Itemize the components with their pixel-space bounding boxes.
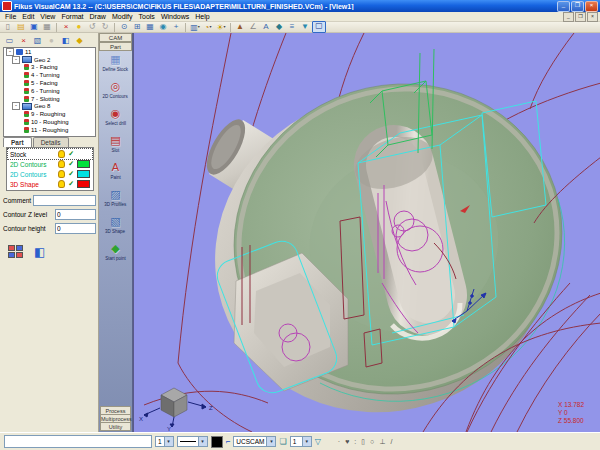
tree-root[interactable]: -11 bbox=[4, 48, 95, 56]
tab-details[interactable]: Details bbox=[33, 137, 69, 147]
zoom-window-icon[interactable]: ⊞ bbox=[131, 22, 143, 32]
visibility-bulb-icon[interactable] bbox=[58, 160, 65, 168]
tree-op-6-turning[interactable]: 6 - Turning bbox=[4, 87, 95, 95]
chevron-down-icon[interactable]: ▾ bbox=[198, 24, 200, 29]
exit-icon[interactable]: ◧ bbox=[60, 35, 71, 46]
visibility-bulb-icon[interactable] bbox=[58, 150, 65, 158]
snap-perpendicular-icon[interactable]: ⊥ bbox=[379, 436, 385, 447]
tree-op-9-roughing[interactable]: 9 - Roughing bbox=[4, 110, 95, 118]
check-icon[interactable]: ✓ bbox=[68, 170, 74, 178]
snap-circle-icon[interactable]: ○ bbox=[370, 436, 374, 447]
visibility-bulb-icon[interactable] bbox=[58, 180, 65, 188]
check-icon[interactable]: ✓ bbox=[68, 180, 74, 188]
tree-op-5-facing[interactable]: 5 - Facing bbox=[4, 79, 95, 87]
menu-windows[interactable]: Windows bbox=[158, 13, 192, 20]
tree-group-geo-8[interactable]: -Geo 8 bbox=[4, 103, 95, 111]
palette-icon[interactable]: ◔▾ bbox=[202, 22, 214, 32]
menu-draw[interactable]: Draw bbox=[87, 13, 109, 20]
check-icon[interactable]: ✓ bbox=[68, 160, 74, 168]
tree-op-4-turning[interactable]: 4 - Turning bbox=[4, 71, 95, 79]
check-icon[interactable]: ✓ bbox=[68, 150, 74, 158]
tree-group-geo-2[interactable]: -Geo 2 bbox=[4, 56, 95, 64]
expander-icon[interactable]: - bbox=[6, 48, 14, 56]
layer-color-swatch[interactable] bbox=[77, 160, 90, 168]
chevron-down-icon[interactable]: ▾ bbox=[224, 24, 226, 29]
layer-row-stock[interactable]: Stock✓ bbox=[8, 149, 92, 159]
field-input-comment[interactable] bbox=[33, 195, 96, 206]
field-input-contour-height[interactable] bbox=[55, 223, 96, 234]
chevron-down-icon[interactable]: ▾ bbox=[209, 24, 211, 29]
filter-icon[interactable]: ▽ bbox=[315, 436, 321, 447]
machine-icon[interactable]: ▲ bbox=[234, 22, 246, 32]
menu-view[interactable]: View bbox=[37, 13, 58, 20]
pick-icon[interactable]: ● bbox=[73, 22, 85, 32]
zoom-fit-icon[interactable]: ▦ bbox=[144, 22, 156, 32]
view-manager-icon[interactable]: ▢ bbox=[312, 21, 326, 33]
layers-icon[interactable]: ❏ bbox=[279, 436, 286, 447]
lock-icon[interactable]: ◆ bbox=[74, 35, 85, 46]
visibility-bulb-icon[interactable] bbox=[58, 170, 65, 178]
light-icon[interactable]: ☀▾ bbox=[215, 22, 227, 32]
print-icon[interactable]: ▦ bbox=[41, 22, 53, 32]
cam-2d-contours[interactable]: ◎2D Contours bbox=[99, 78, 132, 105]
snap-rectangle-icon[interactable]: ▯ bbox=[361, 436, 365, 447]
pan-icon[interactable]: + bbox=[170, 22, 182, 32]
pattern-button[interactable] bbox=[8, 245, 24, 259]
simulate-icon[interactable]: ▧ bbox=[32, 35, 43, 46]
annotate-icon[interactable]: A bbox=[260, 22, 272, 32]
open-icon[interactable]: ▤ bbox=[15, 22, 27, 32]
new-icon[interactable]: ▯ bbox=[2, 22, 14, 32]
save-icon[interactable]: ▣ bbox=[28, 22, 40, 32]
layer-color-swatch[interactable] bbox=[77, 170, 90, 178]
filter-icon[interactable]: ▼ bbox=[299, 22, 311, 32]
menu-tools[interactable]: Tools bbox=[136, 13, 158, 20]
ucs-select[interactable]: UCSCAM ▾ bbox=[233, 436, 276, 447]
redo-icon[interactable]: ↻ bbox=[99, 22, 111, 32]
solid-part-button[interactable]: ◧ bbox=[34, 245, 45, 259]
cam-paint[interactable]: APaint bbox=[99, 159, 132, 186]
linestyle-select[interactable]: ▾ bbox=[177, 436, 208, 447]
cam-3d-shape[interactable]: ▧3D Shape bbox=[99, 213, 132, 240]
child-restore-button[interactable]: ❐ bbox=[575, 12, 586, 22]
tree-op-7-slotting[interactable]: 7 - Slotting bbox=[4, 95, 95, 103]
tab-utility[interactable]: Utility bbox=[100, 422, 131, 431]
snap-line-icon[interactable]: / bbox=[390, 436, 392, 447]
layer-row-2d-contours[interactable]: 2D Contours✓ bbox=[8, 169, 92, 179]
child-minimize-button[interactable]: _ bbox=[563, 12, 574, 22]
cam-start-point[interactable]: ◆Start point bbox=[99, 240, 132, 267]
menu-modify[interactable]: Modify bbox=[109, 13, 136, 20]
menu-format[interactable]: Format bbox=[58, 13, 86, 20]
snap-favorite-icon[interactable]: ♥ bbox=[345, 436, 349, 447]
menu-edit[interactable]: Edit bbox=[19, 13, 37, 20]
snap-divider-icon[interactable]: : bbox=[354, 436, 356, 447]
cam-slot[interactable]: ▤Slot bbox=[99, 132, 132, 159]
cam-select-drill[interactable]: ◉Select drill bbox=[99, 105, 132, 132]
color-swatch-button[interactable] bbox=[211, 436, 223, 448]
cam-header-cam[interactable]: CAM bbox=[99, 33, 132, 42]
cam-define-stock[interactable]: ▦Define Stock bbox=[99, 51, 132, 78]
ucs-axes-icon[interactable]: ⌐ bbox=[226, 436, 231, 447]
field-input-contour-z-level[interactable] bbox=[55, 209, 96, 220]
expander-icon[interactable]: - bbox=[12, 102, 20, 110]
rotate-view-icon[interactable]: ◉ bbox=[157, 22, 169, 32]
child-close-button[interactable]: × bbox=[587, 12, 598, 22]
delete-icon[interactable]: × bbox=[60, 22, 72, 32]
snap-point-icon[interactable]: · bbox=[338, 436, 340, 447]
minimize-button[interactable]: _ bbox=[557, 1, 570, 12]
geometry-tree[interactable]: -11-Geo 23 - Facing4 - Turning5 - Facing… bbox=[3, 47, 96, 137]
pen-select[interactable]: 1 ▾ bbox=[155, 436, 174, 447]
zoom-icon[interactable]: ⊙ bbox=[118, 22, 130, 32]
menu-file[interactable]: File bbox=[2, 13, 19, 20]
disabled-icon[interactable]: ● bbox=[46, 35, 57, 46]
layers-icon[interactable]: ▥▾ bbox=[189, 22, 201, 32]
tab-multiprocess[interactable]: Multiprocess bbox=[100, 414, 131, 423]
restore-button[interactable]: ❐ bbox=[571, 1, 584, 12]
tree-op-10-roughing[interactable]: 10 - Roughing bbox=[4, 118, 95, 126]
planes-icon[interactable]: ≡ bbox=[286, 22, 298, 32]
tree-op-3-facing[interactable]: 3 - Facing bbox=[4, 64, 95, 72]
command-input[interactable] bbox=[4, 435, 152, 448]
layer-color-swatch[interactable] bbox=[77, 180, 90, 188]
expander-icon[interactable]: - bbox=[12, 56, 20, 64]
undo-icon[interactable]: ↺ bbox=[86, 22, 98, 32]
viewport-canvas[interactable]: X Y Z X 13.782 Y 0 Z 55.800 bbox=[134, 33, 600, 432]
